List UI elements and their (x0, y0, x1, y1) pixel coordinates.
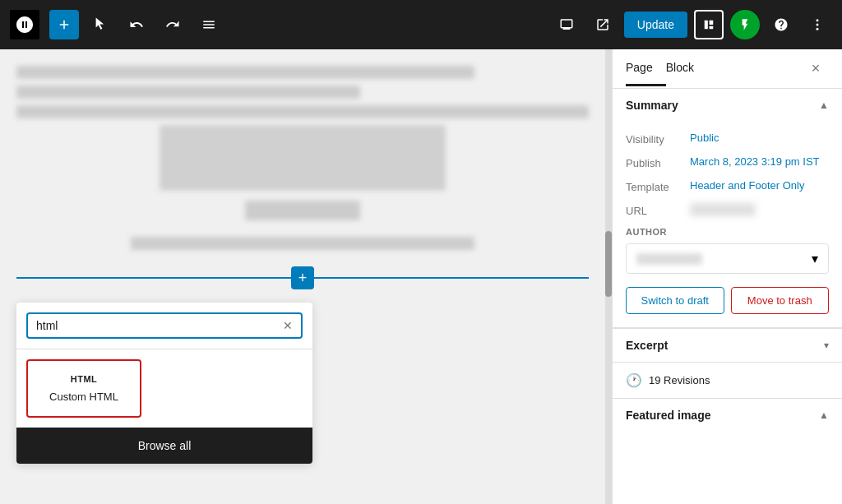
editor-scrollbar[interactable] (605, 49, 612, 504)
help-button[interactable] (766, 10, 796, 39)
summary-section-header[interactable]: Summary ▲ (613, 89, 842, 122)
device-icon (559, 17, 574, 32)
block-inserter-popup: ✕ HTML Custom HTML Browse all (16, 303, 312, 464)
url-row: URL (626, 203, 829, 217)
sidebar-panel: Page Block × Summary ▲ Visibility Public… (612, 49, 842, 504)
featured-image-title: Featured image (626, 409, 710, 422)
scrollbar-thumb[interactable] (605, 231, 612, 297)
template-label: Template (626, 179, 683, 193)
author-select-value (636, 253, 702, 265)
blur-block-tiny (245, 201, 359, 220)
cursor-icon (93, 17, 108, 32)
publish-value[interactable]: March 8, 2023 3:19 pm IST (690, 155, 820, 168)
template-value[interactable]: Header and Footer Only (690, 179, 804, 192)
blur-block-2 (16, 86, 360, 99)
switch-to-draft-button[interactable]: Switch to draft (626, 287, 724, 314)
svg-point-3 (817, 19, 819, 21)
list-icon (201, 17, 216, 32)
toolbar-right: Update (552, 10, 832, 39)
sidebar-header: Page Block × (613, 49, 842, 89)
add-block-button[interactable] (49, 10, 79, 39)
svg-rect-0 (705, 21, 708, 30)
svg-rect-2 (710, 26, 714, 30)
blur-block-3 (16, 105, 589, 118)
layout-toggle-button[interactable] (694, 10, 724, 39)
author-label: AUTHOR (626, 227, 829, 237)
svg-point-4 (817, 24, 819, 26)
view-post-button[interactable] (588, 10, 618, 39)
author-section: AUTHOR ▾ (626, 227, 829, 274)
sidebar-close-button[interactable]: × (803, 56, 829, 82)
visibility-value[interactable]: Public (690, 132, 719, 144)
tab-block[interactable]: Block (666, 51, 707, 86)
action-buttons: Switch to draft Move to trash (626, 287, 829, 314)
publish-label: Publish (626, 155, 683, 169)
author-select[interactable]: ▾ (626, 243, 829, 274)
summary-chevron-icon: ▲ (819, 99, 829, 111)
revisions-label: 19 Revisions (649, 374, 710, 386)
block-results: HTML Custom HTML (16, 349, 312, 428)
browse-all-button[interactable]: Browse all (16, 428, 312, 464)
clear-search-button[interactable]: ✕ (283, 319, 293, 332)
summary-section: Summary ▲ Visibility Public Publish Marc… (613, 89, 842, 328)
search-row: ✕ (16, 303, 312, 349)
preview-device-button[interactable] (552, 10, 581, 39)
options-button[interactable] (803, 10, 832, 39)
cursor-tool-button[interactable] (86, 10, 115, 39)
summary-title: Summary (626, 99, 678, 112)
help-icon (774, 17, 789, 32)
blur-block-4 (131, 237, 474, 250)
author-select-chevron-icon: ▾ (812, 251, 818, 266)
template-row: Template Header and Footer Only (626, 179, 829, 193)
block-search-input[interactable] (36, 319, 276, 332)
update-button[interactable]: Update (624, 12, 687, 38)
publish-row: Publish March 8, 2023 3:19 pm IST (626, 155, 829, 169)
wp-logo[interactable] (10, 10, 39, 39)
insert-block-button[interactable]: + (291, 266, 314, 289)
blur-image-block (160, 125, 446, 191)
url-label: URL (626, 203, 683, 217)
custom-html-block-item[interactable]: HTML Custom HTML (26, 359, 141, 418)
external-link-icon (595, 17, 610, 32)
excerpt-section-header[interactable]: Excerpt ▾ (613, 328, 842, 362)
redo-button[interactable] (158, 10, 187, 39)
blurred-content-top (16, 66, 589, 250)
layout-icon (703, 19, 715, 30)
editor-canvas[interactable]: + ✕ HTML Custom HTML Browse all (0, 49, 605, 504)
main-area: + ✕ HTML Custom HTML Browse all (0, 49, 842, 504)
block-item-title: HTML (71, 374, 98, 384)
editor-content: + ✕ HTML Custom HTML Browse all (16, 66, 589, 464)
separator-line-left (16, 277, 291, 279)
svg-point-5 (817, 28, 819, 30)
blur-block-1 (16, 66, 474, 79)
revisions-clock-icon: 🕐 (626, 372, 642, 388)
undo-button[interactable] (122, 10, 151, 39)
svg-rect-1 (710, 21, 714, 25)
plugin-icon[interactable] (730, 10, 760, 39)
visibility-row: Visibility Public (626, 132, 829, 146)
featured-image-section-header[interactable]: Featured image ▲ (613, 398, 842, 432)
top-toolbar: Update (0, 0, 842, 49)
tab-page[interactable]: Page (626, 51, 666, 86)
excerpt-title: Excerpt (626, 339, 668, 352)
document-overview-button[interactable] (194, 10, 224, 39)
featured-chevron-icon: ▲ (819, 409, 829, 421)
more-options-icon (810, 17, 825, 32)
plus-icon (57, 17, 72, 32)
search-input-wrap: ✕ (26, 312, 303, 339)
separator-line-right (314, 277, 589, 279)
block-item-name: Custom HTML (49, 391, 118, 403)
undo-icon (129, 17, 144, 32)
url-value (690, 203, 756, 216)
redo-icon (165, 17, 180, 32)
block-separator: + (16, 266, 589, 289)
revisions-row[interactable]: 🕐 19 Revisions (613, 362, 842, 398)
move-to-trash-button[interactable]: Move to trash (731, 287, 830, 314)
lightning-icon (738, 18, 752, 31)
excerpt-chevron-icon: ▾ (824, 340, 829, 351)
visibility-label: Visibility (626, 132, 683, 146)
wp-logo-icon (15, 15, 35, 35)
summary-body: Visibility Public Publish March 8, 2023 … (613, 122, 842, 327)
